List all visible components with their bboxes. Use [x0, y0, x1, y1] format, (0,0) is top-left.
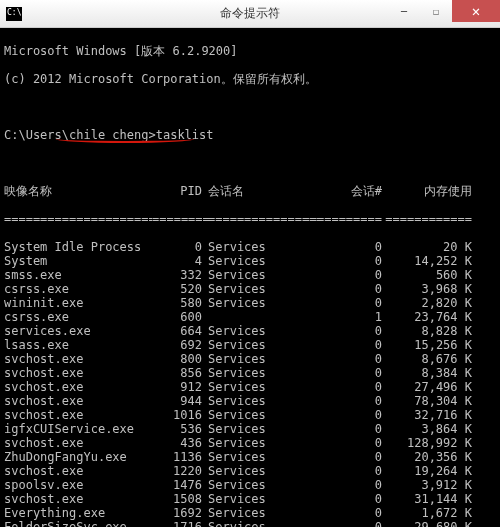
proc-session: Services — [202, 422, 270, 436]
proc-pid: 536 — [152, 422, 202, 436]
proc-name: svchost.exe — [4, 352, 152, 366]
proc-session-num: 0 — [270, 450, 382, 464]
maximize-button[interactable]: ☐ — [420, 0, 452, 22]
table-row: svchost.exe436Services0128,992 K — [4, 436, 496, 450]
proc-memory: 19,264 K — [382, 464, 472, 478]
table-row: smss.exe332Services0560 K — [4, 268, 496, 282]
table-row: wininit.exe580Services02,820 K — [4, 296, 496, 310]
proc-name: svchost.exe — [4, 464, 152, 478]
proc-name: svchost.exe — [4, 436, 152, 450]
proc-session-num: 0 — [270, 352, 382, 366]
header-session-num: 会话# — [270, 184, 382, 198]
proc-session: Services — [202, 324, 270, 338]
proc-session: Services — [202, 282, 270, 296]
proc-session: Services — [202, 506, 270, 520]
proc-name: svchost.exe — [4, 394, 152, 408]
proc-session: Services — [202, 296, 270, 310]
proc-session: Services — [202, 352, 270, 366]
proc-pid: 1508 — [152, 492, 202, 506]
proc-pid: 1692 — [152, 506, 202, 520]
proc-memory: 20,356 K — [382, 450, 472, 464]
proc-session: Services — [202, 464, 270, 478]
table-row: svchost.exe944Services078,304 K — [4, 394, 496, 408]
proc-pid: 944 — [152, 394, 202, 408]
proc-name: svchost.exe — [4, 408, 152, 422]
table-row: FolderSizeSvc.exe1716Services029,680 K — [4, 520, 496, 527]
header-row: 映像名称PID会话名会话#内存使用 — [4, 184, 496, 198]
proc-name: csrss.exe — [4, 282, 152, 296]
table-row: svchost.exe912Services027,496 K — [4, 380, 496, 394]
header-pid: PID — [152, 184, 202, 198]
table-row: igfxCUIService.exe536Services03,864 K — [4, 422, 496, 436]
header-memory: 内存使用 — [382, 184, 472, 198]
header-name: 映像名称 — [4, 184, 152, 198]
proc-pid: 1136 — [152, 450, 202, 464]
proc-session: Services — [202, 338, 270, 352]
proc-session-num: 0 — [270, 436, 382, 450]
proc-pid: 0 — [152, 240, 202, 254]
proc-session: Services — [202, 478, 270, 492]
table-row: ZhuDongFangYu.exe1136Services020,356 K — [4, 450, 496, 464]
proc-memory: 31,144 K — [382, 492, 472, 506]
proc-session-num: 0 — [270, 240, 382, 254]
proc-name: System — [4, 254, 152, 268]
proc-session-num: 0 — [270, 506, 382, 520]
table-row: Everything.exe1692Services01,672 K — [4, 506, 496, 520]
proc-memory: 3,912 K — [382, 478, 472, 492]
proc-pid: 856 — [152, 366, 202, 380]
proc-name: ZhuDongFangYu.exe — [4, 450, 152, 464]
proc-session: Services — [202, 380, 270, 394]
proc-session: Services — [202, 408, 270, 422]
table-row: spoolsv.exe1476Services03,912 K — [4, 478, 496, 492]
proc-session-num: 0 — [270, 268, 382, 282]
close-button[interactable]: ✕ — [452, 0, 500, 22]
proc-pid: 332 — [152, 268, 202, 282]
proc-session-num: 0 — [270, 380, 382, 394]
proc-session-num: 0 — [270, 464, 382, 478]
proc-name: igfxCUIService.exe — [4, 422, 152, 436]
proc-session-num: 0 — [270, 394, 382, 408]
proc-session: Services — [202, 520, 270, 527]
titlebar: 命令提示符 ─ ☐ ✕ — [0, 0, 500, 28]
process-list: System Idle Process0Services020 KSystem4… — [4, 240, 496, 527]
proc-name: svchost.exe — [4, 366, 152, 380]
terminal-output[interactable]: Microsoft Windows [版本 6.2.9200] (c) 2012… — [0, 28, 500, 527]
proc-memory: 3,864 K — [382, 422, 472, 436]
proc-pid: 580 — [152, 296, 202, 310]
proc-session: Services — [202, 436, 270, 450]
proc-memory: 8,384 K — [382, 366, 472, 380]
proc-session: Services — [202, 492, 270, 506]
table-row: csrss.exe520Services03,968 K — [4, 282, 496, 296]
intro-line1: Microsoft Windows [版本 6.2.9200] — [4, 44, 496, 58]
table-row: lsass.exe692Services015,256 K — [4, 338, 496, 352]
proc-pid: 600 — [152, 310, 202, 324]
blank-line — [4, 156, 496, 170]
table-row: csrss.exe600123,764 K — [4, 310, 496, 324]
proc-memory: 32,716 K — [382, 408, 472, 422]
proc-pid: 436 — [152, 436, 202, 450]
proc-name: System Idle Process — [4, 240, 152, 254]
proc-pid: 800 — [152, 352, 202, 366]
proc-name: spoolsv.exe — [4, 478, 152, 492]
proc-memory: 23,764 K — [382, 310, 472, 324]
proc-session: Services — [202, 394, 270, 408]
proc-session-num: 0 — [270, 296, 382, 310]
table-row: svchost.exe856Services08,384 K — [4, 366, 496, 380]
proc-session-num: 1 — [270, 310, 382, 324]
proc-name: svchost.exe — [4, 380, 152, 394]
proc-session: Services — [202, 240, 270, 254]
minimize-button[interactable]: ─ — [388, 0, 420, 22]
proc-name: wininit.exe — [4, 296, 152, 310]
proc-name: lsass.exe — [4, 338, 152, 352]
proc-session-num: 0 — [270, 492, 382, 506]
window-title: 命令提示符 — [220, 5, 280, 22]
proc-memory: 15,256 K — [382, 338, 472, 352]
proc-memory: 8,828 K — [382, 324, 472, 338]
proc-session: Services — [202, 268, 270, 282]
table-row: svchost.exe1508Services031,144 K — [4, 492, 496, 506]
proc-memory: 27,496 K — [382, 380, 472, 394]
proc-pid: 1220 — [152, 464, 202, 478]
table-row: System4Services014,252 K — [4, 254, 496, 268]
proc-session: Services — [202, 254, 270, 268]
proc-session-num: 0 — [270, 520, 382, 527]
